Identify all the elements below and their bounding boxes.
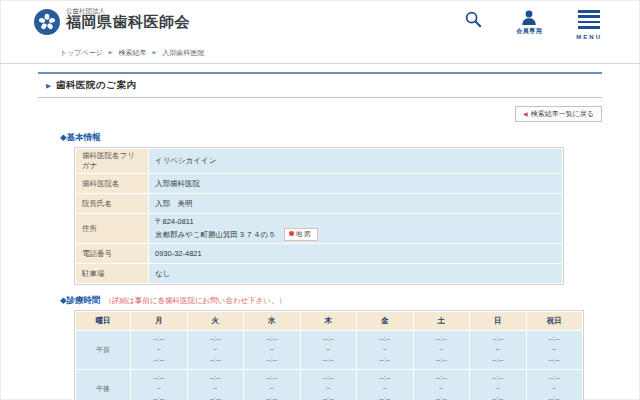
table-row: 午後 --:-- ~ --:-- --:-- ~ --:-- --:-- ~ -… [76,370,582,400]
row-value: なし [149,264,562,283]
hours-title-text: ◆診療時間 [60,295,101,305]
row-value: 入部歯科医院 [149,174,562,193]
table-row: 住所 〒824-0811 京都郡みやこ町勝山箕田３７４の５地図 [76,214,562,243]
address-line: 京都郡みやこ町勝山箕田３７４の５地図 [155,228,556,241]
row-label: 住所 [76,214,148,243]
hamburger-menu-icon [578,10,600,32]
time-cell: --:-- ~ --:-- [357,370,413,400]
row-label: 歯科医院名 [76,174,148,193]
breadcrumb-home-link[interactable]: トップページ [60,49,103,56]
breadcrumb-separator-icon: ▶ [109,49,113,55]
hours-table: 曜日 月 火 水 木 金 土 日 祝日 午前 --:-- ~ --:-- --:… [74,310,584,400]
time-cell: --:-- ~ --:-- [414,370,470,400]
site-header: 公益社団法人 福岡県歯科医師会 会員専用 MENU [0,0,640,45]
back-arrow-icon: ◀ [523,111,528,117]
column-header: 木 [301,312,357,330]
table-row: 歯科医院名 入部歯科医院 [76,174,562,193]
table-row: 歯科医院名フリガナ イリベシカイイン [76,149,562,173]
time-cell: --:-- ~ --:-- [470,370,526,400]
slot-label-afternoon: 午後 [76,370,130,400]
time-cell: --:-- ~ --:-- [301,331,357,369]
member-person-icon [521,10,537,25]
back-button-label: 検索結果一覧に戻る [531,110,594,117]
page-title: 歯科医院のご案内 [56,79,136,92]
map-button-label: 地図 [296,230,313,237]
time-cell: --:-- ~ --:-- [470,331,526,369]
map-pin-icon [289,231,294,236]
time-cell: --:-- ~ --:-- [357,331,413,369]
column-header: 水 [244,312,300,330]
hours-note: （詳細は事前に各歯科医院にお問い合わせ下さい。） [105,296,287,305]
time-cell: --:-- ~ --:-- [527,370,583,400]
address-value: 〒824-0811 京都郡みやこ町勝山箕田３７４の５地図 [149,214,562,243]
row-value: イリベシカイイン [149,149,562,173]
address-text: 京都郡みやこ町勝山箕田３７４の５ [155,230,276,239]
hours-section-title: ◆診療時間（詳細は事前に各歯科医院にお問い合わせ下さい。） [60,295,640,307]
title-arrow-icon: ▶ [46,82,51,90]
time-cell: --:-- ~ --:-- [131,370,187,400]
breadcrumb-separator-icon: ▶ [153,49,157,55]
row-label: 院長氏名 [76,194,148,213]
time-cell: --:-- ~ --:-- [188,370,244,400]
time-cell: --:-- ~ --:-- [244,331,300,369]
phone-value: 0930-32-4821 [149,244,562,263]
column-header: 曜日 [76,312,130,330]
slot-label-morning: 午前 [76,331,130,369]
table-row: 電話番号 0930-32-4821 [76,244,562,263]
postal-code: 〒824-0811 [155,216,556,228]
basic-info-section-title: ◆基本情報 [60,132,640,144]
org-title-block[interactable]: 公益社団法人 福岡県歯科医師会 [66,7,190,31]
menu-label: MENU [576,34,602,40]
column-header: 火 [188,312,244,330]
row-label: 駐車場 [76,264,148,283]
org-name: 福岡県歯科医師会 [66,14,190,31]
member-area-label: 会員専用 [516,27,542,36]
time-cell: --:-- ~ --:-- [188,331,244,369]
table-row: 午前 --:-- ~ --:-- --:-- ~ --:-- --:-- ~ -… [76,331,582,369]
menu-button[interactable]: MENU [576,10,602,40]
flower-logo-icon [38,13,56,31]
map-button[interactable]: 地図 [284,228,318,241]
time-cell: --:-- ~ --:-- [414,331,470,369]
table-row: 院長氏名 入部 美明 [76,194,562,213]
column-header: 土 [414,312,470,330]
breadcrumb: トップページ ▶ 検索結果 ▶ 入部歯科医院 [0,45,640,64]
column-header: 月 [131,312,187,330]
row-label: 歯科医院名フリガナ [76,149,148,173]
breadcrumb-search-results-link[interactable]: 検索結果 [119,49,147,56]
page-title-bar: ▶ 歯科医院のご案内 [38,72,602,98]
time-cell: --:-- ~ --:-- [301,370,357,400]
association-logo-icon[interactable] [34,9,60,35]
column-header: 祝日 [527,312,583,330]
row-value: 入部 美明 [149,194,562,213]
time-cell: --:-- ~ --:-- [527,331,583,369]
search-icon [464,10,482,28]
member-area-button[interactable]: 会員専用 [516,10,542,36]
time-cell: --:-- ~ --:-- [131,331,187,369]
column-header: 金 [357,312,413,330]
search-button[interactable] [464,10,482,28]
row-label: 電話番号 [76,244,148,263]
basic-info-table: 歯科医院名フリガナ イリベシカイイン 歯科医院名 入部歯科医院 院長氏名 入部 … [74,147,564,285]
back-to-results-button[interactable]: ◀検索結果一覧に戻る [515,106,602,122]
column-header: 日 [470,312,526,330]
breadcrumb-current-page: 入部歯科医院 [162,49,204,56]
table-header-row: 曜日 月 火 水 木 金 土 日 祝日 [76,312,582,330]
time-cell: --:-- ~ --:-- [244,370,300,400]
table-row: 駐車場 なし [76,264,562,283]
